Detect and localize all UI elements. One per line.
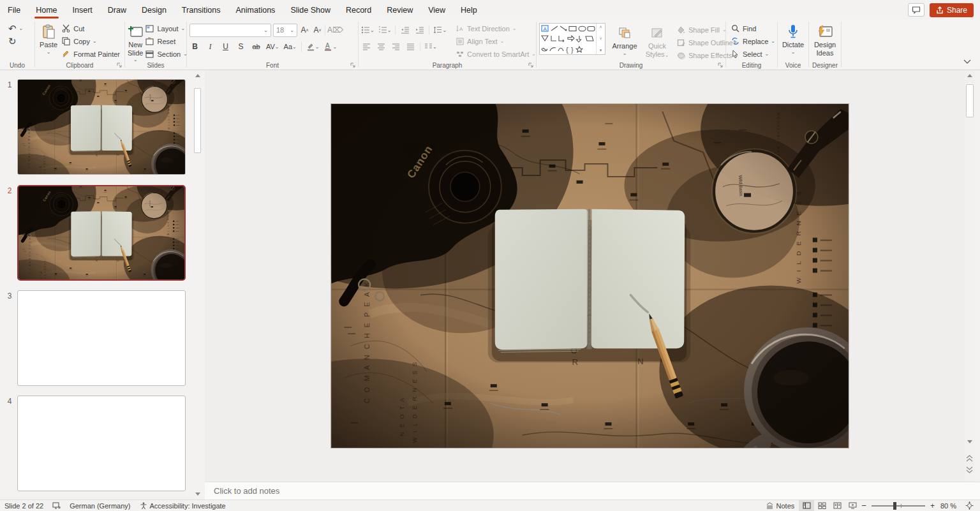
share-button[interactable]: Share (930, 3, 974, 17)
format-painter-button[interactable]: Format Painter (59, 48, 122, 60)
new-slide-button[interactable]: New Slide ⌄ (128, 22, 143, 63)
align-right-button[interactable] (390, 41, 401, 52)
comments-button[interactable] (908, 3, 924, 17)
increase-indent-button[interactable] (414, 24, 425, 36)
cut-button[interactable]: Cut (59, 22, 122, 34)
slide-thumbnail-3[interactable] (17, 290, 186, 386)
justify-button[interactable] (405, 41, 416, 52)
select-button[interactable]: Select ⌄ (729, 48, 777, 60)
highlight-color-button[interactable]: ⌄ (306, 41, 320, 52)
change-case-button[interactable]: Aa⌄ (284, 41, 297, 52)
shapes-gallery[interactable]: A {} ˄ ˅ ▾ (539, 23, 605, 55)
thumbnail-scroll-thumb[interactable] (194, 88, 201, 153)
normal-view-button[interactable] (799, 500, 814, 511)
slide-picture[interactable] (331, 104, 849, 448)
section-button[interactable]: Section ⌄ (143, 48, 189, 60)
previous-slide-button[interactable] (965, 454, 974, 463)
character-spacing-button[interactable]: AV⌄ (266, 41, 279, 52)
slide-indicator[interactable]: Slide 2 of 22 (0, 500, 48, 511)
copy-button[interactable]: Copy ⌄ (59, 35, 122, 47)
zoom-slider[interactable] (872, 505, 925, 507)
display-settings-button[interactable] (48, 500, 65, 511)
font-name-combo[interactable]: ⌄ (189, 24, 271, 37)
italic-button[interactable]: I (205, 41, 216, 52)
next-slide-button[interactable] (965, 466, 974, 474)
text-direction-button[interactable]: A Text Direction⌄ (453, 22, 538, 34)
group-label-clipboard: Clipboard (35, 62, 124, 69)
tab-slide-show[interactable]: Slide Show (283, 0, 338, 20)
language-button[interactable]: German (Germany) (65, 500, 135, 511)
tab-home[interactable]: Home (28, 0, 64, 20)
clear-formatting-button[interactable]: A⌦ (327, 24, 343, 36)
thumbnail-scroll-down[interactable] (193, 490, 202, 498)
tab-transitions[interactable]: Transitions (174, 0, 228, 20)
align-center-button[interactable] (376, 41, 387, 52)
quick-styles-button[interactable]: Quick Styles⌄ (644, 23, 671, 61)
tab-review[interactable]: Review (379, 0, 420, 20)
tab-draw[interactable]: Draw (100, 0, 134, 20)
slide-thumbnail-4[interactable] (17, 396, 186, 491)
notes-pane[interactable]: Click to add notes (205, 482, 980, 500)
redo-button[interactable]: ↻ (6, 35, 25, 47)
design-ideas-button[interactable]: Design Ideas (812, 22, 838, 57)
undo-button[interactable]: ↶⌄ (6, 22, 25, 34)
bullets-button[interactable]: ⌄ (361, 24, 375, 36)
tab-help[interactable]: Help (453, 0, 485, 20)
slide-sorter-view-button[interactable] (814, 500, 829, 511)
tab-view[interactable]: View (420, 0, 453, 20)
canvas-scroll-down[interactable] (965, 438, 974, 446)
highlight-icon (306, 42, 315, 51)
reading-view-button[interactable] (829, 500, 845, 511)
columns-button[interactable]: ⌄ (424, 41, 437, 52)
zoom-slider-thumb[interactable] (893, 502, 896, 510)
zoom-in-button[interactable]: + (929, 500, 936, 511)
underline-button[interactable]: U (220, 41, 231, 52)
collapse-ribbon-button[interactable] (962, 58, 972, 66)
accessibility-label: Accessibility: Investigate (150, 502, 226, 510)
tab-insert[interactable]: Insert (65, 0, 100, 20)
font-size-combo[interactable]: 18⌄ (273, 24, 297, 37)
strikethrough-button[interactable]: ab (251, 41, 262, 52)
reset-button[interactable]: Reset (143, 35, 189, 47)
shapes-scroll[interactable]: ˄ ˅ ▾ (596, 24, 605, 54)
paste-button[interactable]: Paste ⌄ (38, 22, 59, 55)
slide-number-4: 4 (5, 397, 14, 406)
notes-toggle-button[interactable]: Notes (761, 500, 799, 511)
find-button[interactable]: Find (729, 22, 777, 34)
slide-show-button[interactable] (845, 500, 860, 511)
canvas-scroll-thumb[interactable] (966, 84, 974, 117)
slide-show-icon (849, 502, 857, 509)
paste-dropdown: ⌄ (47, 49, 51, 55)
slide-thumbnail-1[interactable] (17, 79, 186, 175)
share-icon (936, 6, 944, 14)
decrease-indent-button[interactable] (399, 24, 410, 36)
line-spacing-button[interactable]: ⌄ (433, 24, 447, 36)
accessibility-button[interactable]: Accessibility: Investigate (135, 500, 230, 511)
layout-button[interactable]: Layout ⌄ (143, 22, 189, 34)
text-shadow-button[interactable]: S (235, 41, 246, 52)
thumbnail-scroll-up[interactable] (193, 71, 202, 80)
replace-button[interactable]: b Replace ⌄ (729, 35, 777, 47)
arrange-button[interactable]: Arrange ⌄ (609, 23, 640, 61)
tab-file[interactable]: File (0, 0, 28, 20)
notes-placeholder[interactable]: Click to add notes (214, 486, 279, 496)
tab-record[interactable]: Record (338, 0, 379, 20)
align-text-label: Align Text (467, 38, 498, 45)
zoom-level-button[interactable]: 80 % (936, 500, 961, 511)
dictate-button[interactable]: Dictate ⌄ (780, 22, 806, 55)
convert-smartart-button[interactable]: Convert to SmartArt⌄ (453, 48, 538, 60)
align-text-button[interactable]: Align Text⌄ (453, 35, 538, 47)
zoom-out-button[interactable]: − (860, 500, 868, 511)
align-left-button[interactable] (361, 41, 372, 52)
tab-design[interactable]: Design (134, 0, 174, 20)
slide-thumbnail-2-selected[interactable] (17, 185, 186, 281)
shrink-font-button[interactable]: A˅ (312, 24, 323, 36)
canvas-scroll-up[interactable] (965, 71, 974, 80)
design-ideas-label-2: Ideas (817, 49, 834, 57)
tab-animations[interactable]: Animations (228, 0, 283, 20)
bold-button[interactable]: B (189, 41, 200, 52)
font-color-button[interactable]: A ⌄ (323, 41, 337, 52)
fit-slide-button[interactable] (961, 500, 980, 511)
numbering-button[interactable]: ⌄ (378, 24, 392, 36)
grow-font-button[interactable]: A˄ (299, 24, 310, 36)
